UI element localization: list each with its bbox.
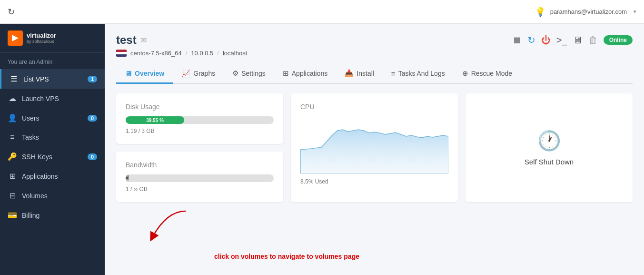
topbar-right: 💡 paramhans@virtualizor.com ▾	[535, 7, 636, 17]
sidebar-item-launch-vps[interactable]: ☁ Launch VPS	[0, 89, 105, 108]
sidebar-item-label: SSH Keys	[22, 153, 52, 161]
tab-overview-label: Overview	[135, 70, 164, 77]
tab-tasks-label: Tasks And Logs	[398, 70, 445, 77]
delete-icon[interactable]: 🗑	[588, 35, 598, 46]
vps-ip: 10.0.0.5	[191, 50, 213, 57]
cpu-card: CPU 8.5% Used	[291, 93, 458, 202]
disk-progress-fill: 39.55 %	[126, 116, 184, 124]
sidebar-item-label: Applications	[22, 173, 58, 180]
vps-edit-icon[interactable]: ✉	[140, 36, 147, 45]
ssh-keys-badge: 0	[88, 153, 97, 160]
sidebar-item-volumes[interactable]: ⊟ Volumes	[0, 186, 105, 205]
tab-applications-label: Applications	[292, 70, 328, 77]
applications-icon: ⊞	[8, 172, 17, 181]
sidebar-logo: virtualizor by softaculous	[0, 24, 105, 53]
logo-icon	[10, 33, 20, 43]
power-icon[interactable]: ⏻	[541, 35, 551, 46]
os-flag	[116, 50, 127, 57]
click-annotation: click on volumes to navigate to volumes …	[214, 252, 359, 261]
annotation-text: click on volumes to navigate to volumes …	[214, 253, 359, 260]
sidebar-item-applications[interactable]: ⊞ Applications	[0, 166, 105, 186]
tab-rescue-label: Rescue Mode	[471, 70, 512, 77]
sidebar-item-users[interactable]: 👤 Users 0	[0, 108, 105, 128]
tab-settings[interactable]: ⚙ Settings	[224, 64, 274, 84]
tab-overview[interactable]: 🖥 Overview	[116, 64, 173, 84]
svg-marker-1	[300, 130, 448, 173]
tab-tasks-logs[interactable]: ≡ Tasks And Logs	[383, 64, 454, 84]
sidebar-item-label: Users	[22, 114, 40, 122]
bandwidth-card: Bandwidth 0 % 1 / ∞ GB	[116, 152, 283, 202]
sidebar-admin-label: You are an Admin	[0, 53, 105, 69]
refresh-icon[interactable]: ↻	[8, 7, 15, 17]
arrow-annotation-svg	[143, 206, 205, 249]
sidebar-item-ssh-keys[interactable]: 🔑 SSH Keys 0	[0, 147, 105, 166]
layout: virtualizor by softaculous You are an Ad…	[0, 24, 644, 275]
cpu-card-title: CPU	[300, 103, 448, 111]
overview-tab-icon: 🖥	[125, 70, 132, 78]
install-tab-icon: 📥	[345, 69, 354, 78]
sidebar-item-billing[interactable]: 💳 Billing	[0, 205, 105, 225]
sidebar: virtualizor by softaculous You are an Ad…	[0, 24, 105, 275]
disk-progress-container: 39.55 %	[126, 116, 274, 124]
annotation-area	[143, 206, 205, 251]
rescue-tab-icon: ⊕	[462, 69, 468, 78]
vps-title-area: test ✉	[116, 33, 147, 47]
tabs: 🖥 Overview 📈 Graphs ⚙ Settings ⊞ Applica…	[116, 64, 633, 84]
bandwidth-label: 1 / ∞ GB	[126, 186, 274, 193]
topbar-left: ↻	[8, 7, 15, 17]
user-menu-dropdown[interactable]: ▾	[634, 9, 636, 15]
tab-applications[interactable]: ⊞ Applications	[274, 64, 337, 84]
disk-label: 1.19 / 3 GB	[126, 128, 274, 134]
logo-sub: by softaculous	[27, 39, 56, 44]
cpu-chart	[300, 116, 448, 173]
sidebar-item-label: Volumes	[22, 192, 48, 200]
clock-icon: 🕐	[537, 130, 561, 152]
main-content: test ✉ ⏹ ↻ ⏻ >_ 🖥 🗑 Online centos-7.5-x8…	[105, 24, 644, 275]
logo-box	[8, 31, 23, 46]
launch-vps-icon: ☁	[8, 94, 17, 103]
applications-tab-icon: ⊞	[283, 69, 289, 78]
tab-install-label: Install	[357, 70, 374, 77]
disk-usage-card: Disk Usage 39.55 % 1.19 / 3 GB	[116, 93, 283, 144]
vps-os: centos-7.5-x86_64	[130, 50, 182, 57]
tab-graphs[interactable]: 📈 Graphs	[173, 64, 224, 84]
volumes-icon: ⊟	[8, 191, 17, 200]
billing-icon: 💳	[8, 211, 17, 220]
sidebar-item-label: List VPS	[23, 75, 49, 83]
list-vps-icon: ☰	[9, 74, 19, 83]
stop-icon[interactable]: ⏹	[512, 35, 522, 46]
status-badge: Online	[604, 35, 633, 45]
tab-rescue[interactable]: ⊕ Rescue Mode	[454, 64, 521, 84]
bulb-icon: 💡	[535, 7, 545, 17]
sidebar-item-list-vps[interactable]: ☰ List VPS 1	[0, 69, 105, 89]
vps-meta: centos-7.5-x86_64 / 10.0.0.5 / localhost	[116, 50, 633, 57]
sidebar-item-label: Launch VPS	[22, 95, 59, 102]
settings-tab-icon: ⚙	[232, 69, 238, 78]
disk-card-title: Disk Usage	[126, 103, 274, 111]
users-icon: 👤	[8, 113, 17, 122]
vps-host: localhost	[223, 50, 247, 57]
sidebar-item-label: Billing	[22, 212, 40, 219]
bandwidth-card-title: Bandwidth	[126, 161, 274, 169]
vps-header: test ✉ ⏹ ↻ ⏻ >_ 🖥 🗑 Online	[116, 33, 633, 47]
tasks-icon: ≡	[8, 133, 17, 142]
list-vps-badge: 1	[88, 76, 97, 82]
bandwidth-percent-label: 0 %	[126, 174, 129, 182]
logo-text-area: virtualizor by softaculous	[27, 32, 56, 44]
monitor-icon[interactable]: 🖥	[573, 35, 583, 46]
tab-install[interactable]: 📥 Install	[336, 64, 383, 84]
user-email: paramhans@virtualizor.com	[550, 8, 627, 15]
sidebar-item-tasks[interactable]: ≡ Tasks	[0, 128, 105, 147]
disk-percent-label: 39.55 %	[146, 118, 164, 123]
cards-wrapper: Disk Usage 39.55 % 1.19 / 3 GB CPU	[116, 93, 633, 202]
restart-icon[interactable]: ↻	[527, 34, 535, 46]
vps-name: test	[116, 33, 137, 47]
users-badge: 0	[88, 115, 97, 122]
console-icon[interactable]: >_	[556, 35, 567, 46]
logo-brand: virtualizor	[27, 32, 56, 39]
tab-graphs-label: Graphs	[193, 70, 215, 77]
topbar: ↻ 💡 paramhans@virtualizor.com ▾	[0, 0, 644, 24]
vps-actions: ⏹ ↻ ⏻ >_ 🖥 🗑 Online	[512, 34, 633, 46]
self-shutdown-card: 🕐 Self Shut Down	[466, 93, 633, 202]
bandwidth-progress-container: 0 %	[126, 174, 274, 182]
